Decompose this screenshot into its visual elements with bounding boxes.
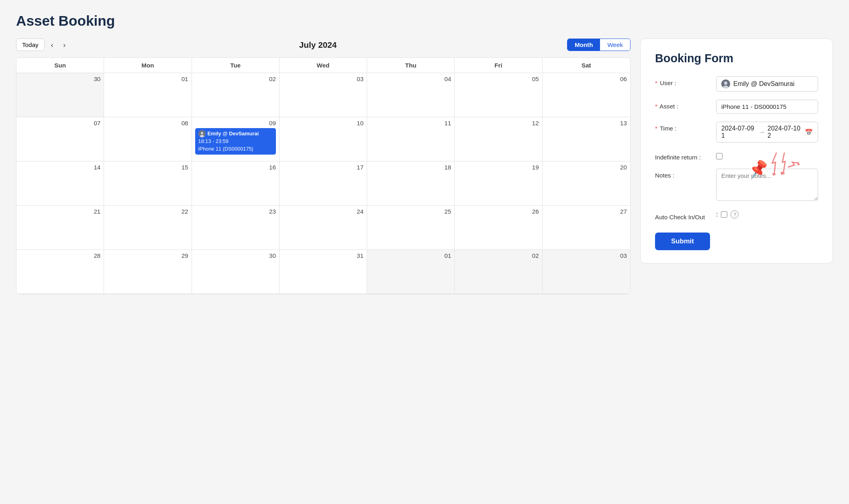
cal-cell[interactable]: 30 <box>16 73 104 117</box>
cal-cell[interactable]: 03 <box>543 250 630 294</box>
prev-button[interactable]: ‹ <box>48 39 57 51</box>
user-input-wrap[interactable]: Emily @ DevSamurai <box>716 76 818 92</box>
cal-cell[interactable]: 26 <box>455 206 542 250</box>
week-view-button[interactable]: Week <box>600 39 630 51</box>
time-label: * Time : <box>655 122 711 132</box>
time-arrow-icon: → <box>759 129 765 136</box>
cal-cell[interactable]: 01 <box>367 250 455 294</box>
cal-cell[interactable]: 02 <box>455 250 542 294</box>
cal-cell[interactable]: 27 <box>543 206 630 250</box>
calendar-picker-icon[interactable]: 📅 <box>805 129 813 136</box>
submit-row: Submit <box>655 229 818 250</box>
cal-cell[interactable]: 09Emily @ DevSamurai18:13 - 23:59iPhone … <box>192 117 280 161</box>
cal-cell[interactable]: 23 <box>192 206 280 250</box>
auto-check-label: Auto Check In/Out <box>655 210 711 220</box>
time-field[interactable]: 2024-07-09 1 → 2024-07-10 2 📅 <box>716 122 818 143</box>
cal-cell[interactable]: 29 <box>104 250 192 294</box>
user-row: * User : Emily @ DevSamurai <box>655 76 818 92</box>
auto-check-field: : ? <box>716 210 818 218</box>
cal-cell[interactable]: 13 <box>543 117 630 161</box>
cal-cell[interactable]: 08 <box>104 117 192 161</box>
user-required-star: * <box>655 80 657 86</box>
calendar-header: Sun Mon Tue Wed Thu Fri Sat <box>16 58 630 73</box>
cal-cell[interactable]: 24 <box>280 206 367 250</box>
cal-cell[interactable]: 22 <box>104 206 192 250</box>
help-icon[interactable]: ? <box>731 210 739 218</box>
month-view-button[interactable]: Month <box>567 39 600 51</box>
cal-cell[interactable]: 03 <box>280 73 367 117</box>
calendar-section: Today ‹ › July 2024 Month Week Sun Mon T… <box>16 39 631 294</box>
user-label: * User : <box>655 76 711 86</box>
indefinite-label: Indefinite return : <box>655 151 711 161</box>
booking-panel: Booking Form * User : Emily @ DevSamurai <box>640 39 833 263</box>
auto-check-controls: : ? <box>716 210 818 218</box>
auto-check-colon: : <box>716 211 718 218</box>
month-label: July 2024 <box>72 40 564 50</box>
time-start: 2024-07-09 1 <box>721 125 756 139</box>
indefinite-checkbox-row <box>716 151 818 159</box>
booking-form-title: Booking Form <box>655 52 818 65</box>
header-sat: Sat <box>543 58 630 73</box>
cal-cell[interactable]: 11 <box>367 117 455 161</box>
indefinite-field[interactable] <box>716 151 818 159</box>
indefinite-row: Indefinite return : <box>655 151 818 161</box>
cal-cell[interactable]: 25 <box>367 206 455 250</box>
next-button[interactable]: › <box>60 39 69 51</box>
svg-marker-8 <box>797 161 800 165</box>
cal-cell[interactable]: 01 <box>104 73 192 117</box>
header-mon: Mon <box>104 58 192 73</box>
cal-cell[interactable]: 14 <box>16 161 104 206</box>
user-field[interactable]: Emily @ DevSamurai <box>716 76 818 92</box>
auto-check-row: Auto Check In/Out : ? <box>655 210 818 220</box>
cal-cell[interactable]: 15 <box>104 161 192 206</box>
calendar-body: 30010203040506070809Emily @ DevSamurai18… <box>16 73 630 294</box>
cal-cell[interactable]: 16 <box>192 161 280 206</box>
calendar-toolbar: Today ‹ › July 2024 Month Week <box>16 39 631 51</box>
time-range-wrap[interactable]: 2024-07-09 1 → 2024-07-10 2 📅 <box>716 122 818 143</box>
indefinite-checkbox[interactable] <box>716 153 722 159</box>
today-button[interactable]: Today <box>16 39 45 51</box>
cal-cell[interactable]: 05 <box>455 73 542 117</box>
header-sun: Sun <box>16 58 104 73</box>
time-row: * Time : 2024-07-09 1 → 2024-07-10 2 📅 <box>655 122 818 143</box>
cal-cell[interactable]: 17 <box>280 161 367 206</box>
asset-field[interactable] <box>716 100 818 114</box>
submit-button[interactable]: Submit <box>655 233 710 250</box>
user-avatar <box>721 80 730 88</box>
notes-textarea[interactable] <box>716 169 818 201</box>
cal-cell[interactable]: 10 <box>280 117 367 161</box>
time-end: 2024-07-10 2 <box>767 125 802 139</box>
page-title: Asset Booking <box>16 13 833 29</box>
cal-cell[interactable]: 04 <box>367 73 455 117</box>
cal-cell[interactable]: 18 <box>367 161 455 206</box>
notes-field[interactable] <box>716 169 818 202</box>
cal-cell[interactable]: 28 <box>16 250 104 294</box>
cal-cell[interactable]: 07 <box>16 117 104 161</box>
asset-row: * Asset : <box>655 100 818 114</box>
cal-cell[interactable]: 19 <box>455 161 542 206</box>
main-layout: Today ‹ › July 2024 Month Week Sun Mon T… <box>16 39 833 294</box>
cal-cell[interactable]: 30 <box>192 250 280 294</box>
svg-point-1 <box>201 132 203 135</box>
cal-cell[interactable]: 21 <box>16 206 104 250</box>
calendar-grid: Sun Mon Tue Wed Thu Fri Sat 300102030405… <box>16 57 631 294</box>
cal-cell[interactable]: 12 <box>455 117 542 161</box>
svg-point-4 <box>724 82 727 85</box>
notes-row: Notes : <box>655 169 818 202</box>
cal-cell[interactable]: 02 <box>192 73 280 117</box>
header-thu: Thu <box>367 58 455 73</box>
header-tue: Tue <box>192 58 280 73</box>
notes-label: Notes : <box>655 169 711 179</box>
view-toggle: Month Week <box>567 39 631 51</box>
header-fri: Fri <box>455 58 542 73</box>
cal-cell[interactable]: 06 <box>543 73 630 117</box>
auto-check-checkbox[interactable] <box>721 211 727 218</box>
cal-cell[interactable]: 31 <box>280 250 367 294</box>
event-block[interactable]: Emily @ DevSamurai18:13 - 23:59iPhone 11… <box>195 128 276 155</box>
asset-label: * Asset : <box>655 100 711 110</box>
asset-input[interactable] <box>716 100 818 114</box>
time-required-star: * <box>655 125 657 132</box>
asset-required-star: * <box>655 103 657 110</box>
user-value: Emily @ DevSamurai <box>733 80 794 88</box>
cal-cell[interactable]: 20 <box>543 161 630 206</box>
